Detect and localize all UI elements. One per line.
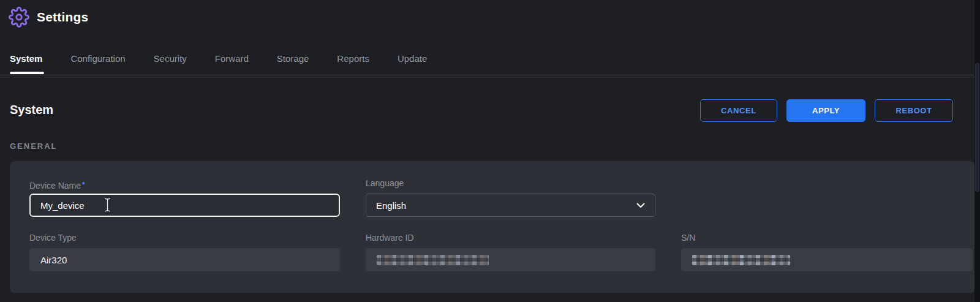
language-selected-value: English (376, 200, 406, 211)
tab-divider (0, 75, 974, 75)
tab-security[interactable]: Security (154, 53, 187, 69)
reboot-button[interactable]: REBOOT (875, 99, 953, 122)
language-label: Language (366, 178, 655, 189)
serial-number-label: S/N (681, 233, 973, 243)
scrollbar-thumb[interactable] (975, 63, 979, 192)
hardware-id-label: Hardware ID (366, 233, 655, 243)
hardware-id-value (366, 248, 655, 271)
serial-number-value (681, 248, 973, 271)
tab-forward[interactable]: Forward (215, 53, 249, 69)
redacted-value (377, 255, 489, 265)
tab-reports[interactable]: Reports (337, 53, 369, 69)
language-field: Language English (366, 178, 655, 217)
device-type-label: Device Type (29, 233, 340, 243)
gear-icon (8, 6, 30, 28)
serial-number-field: S/N (681, 233, 973, 271)
required-marker: • (82, 178, 85, 188)
hardware-id-field: Hardware ID (366, 233, 655, 271)
apply-button[interactable]: APPLY (786, 99, 865, 122)
general-card: Device Name• Language E (10, 161, 975, 293)
tab-storage[interactable]: Storage (277, 53, 309, 69)
page-title: System (10, 103, 53, 117)
language-select[interactable]: English (366, 194, 655, 217)
redacted-value (692, 255, 790, 265)
device-type-field: Device Type Air320 (29, 233, 340, 271)
device-name-field: Device Name• (29, 178, 340, 217)
app-title: Settings (37, 10, 88, 25)
action-buttons: CANCEL APPLY REBOOT (700, 99, 953, 122)
device-name-label: Device Name• (29, 178, 340, 189)
device-name-input[interactable] (29, 194, 340, 217)
device-type-value: Air320 (29, 248, 340, 271)
section-label-general: GENERAL (10, 142, 58, 151)
tab-update[interactable]: Update (398, 53, 427, 69)
app-header: Settings (0, 0, 88, 34)
tab-configuration[interactable]: Configuration (70, 53, 125, 69)
chevron-down-icon (636, 200, 645, 211)
tab-system[interactable]: System (10, 53, 42, 69)
empty-cell (681, 178, 973, 217)
tab-bar: System Configuration Security Forward St… (10, 53, 427, 69)
cancel-button[interactable]: CANCEL (700, 99, 777, 122)
